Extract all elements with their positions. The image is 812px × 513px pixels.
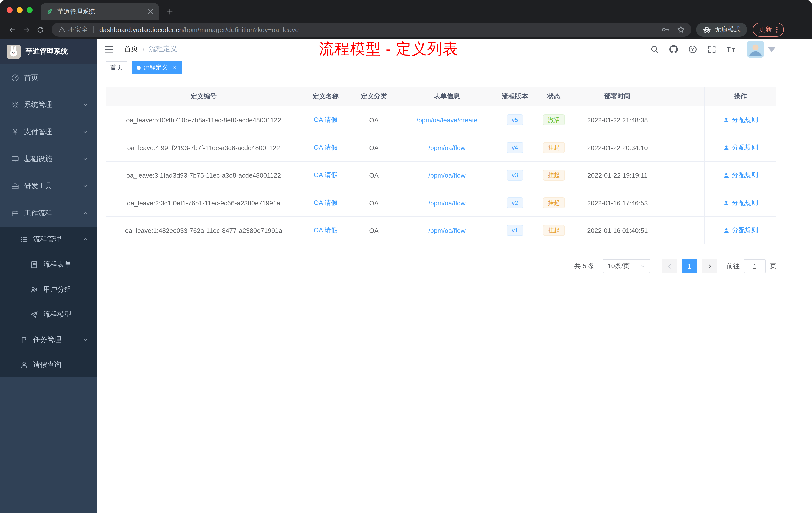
page-size-select[interactable]: 10条/页 bbox=[603, 259, 650, 273]
sidebar-item-leave-query[interactable]: 请假查询 bbox=[0, 352, 97, 378]
user-avatar[interactable] bbox=[747, 41, 764, 58]
page-content: 定义编号定义名称定义分类表单信息流程版本状态部署时间操作 oa_leave:5:… bbox=[97, 76, 812, 513]
chevron-down-icon[interactable] bbox=[767, 45, 776, 54]
fullscreen-icon[interactable] bbox=[707, 45, 716, 54]
sidebar-item-process-management[interactable]: 流程管理 bbox=[0, 227, 97, 252]
form-link[interactable]: /bpm/oa/flow bbox=[428, 227, 465, 234]
chevron-down-icon bbox=[82, 183, 88, 189]
zoom-window-button[interactable] bbox=[27, 7, 33, 13]
next-page-button[interactable] bbox=[702, 259, 717, 273]
forward-button[interactable] bbox=[19, 23, 33, 37]
tag-label: 流程定义 bbox=[144, 63, 168, 72]
search-icon[interactable] bbox=[650, 45, 659, 54]
new-tab-button[interactable] bbox=[163, 4, 177, 19]
version-badge: v1 bbox=[507, 225, 523, 236]
chevron-down-icon bbox=[82, 102, 88, 108]
chevron-left-icon bbox=[667, 263, 672, 269]
form-link[interactable]: /bpm/oa/leave/create bbox=[416, 116, 477, 124]
infra-icon bbox=[11, 155, 19, 163]
reload-button[interactable] bbox=[33, 23, 47, 37]
sidebar-item-infrastructure[interactable]: 基础设施 bbox=[0, 146, 97, 173]
user-icon bbox=[723, 200, 729, 206]
chevron-up-icon bbox=[82, 236, 88, 242]
close-window-button[interactable] bbox=[6, 7, 12, 13]
sidebar-item-label: 用户分组 bbox=[43, 285, 71, 294]
gear-icon bbox=[11, 101, 19, 109]
cell-deploy-time: 2022-01-22 19:19:11 bbox=[574, 172, 661, 179]
page-1-button[interactable]: 1 bbox=[682, 259, 697, 273]
sidebar-item-user-group[interactable]: 用户分组 bbox=[0, 277, 97, 302]
incognito-badge: 无痕模式 bbox=[696, 23, 747, 37]
table-row: oa_leave:2:3c1f0ef1-76b1-11ec-9c66-a2380… bbox=[106, 189, 776, 217]
assign-rule-button[interactable]: 分配规则 bbox=[723, 116, 758, 124]
form-icon bbox=[30, 261, 38, 269]
user-menu[interactable] bbox=[747, 41, 776, 58]
cell-status: 激活 bbox=[534, 115, 574, 125]
form-link[interactable]: /bpm/oa/flow bbox=[428, 199, 465, 207]
sidebar-item-workflow[interactable]: 工作流程 bbox=[0, 200, 97, 227]
goto-page-input[interactable] bbox=[744, 259, 766, 273]
tag-active[interactable]: 流程定义× bbox=[132, 61, 182, 74]
version-badge: v4 bbox=[507, 142, 523, 153]
pagination: 共 5 条 10条/页 1 前往 页 bbox=[106, 259, 776, 273]
column-header: 定义名称 bbox=[301, 92, 350, 101]
sidebar-item-home[interactable]: 首页 bbox=[0, 64, 97, 91]
tag-close-icon[interactable]: × bbox=[171, 64, 178, 71]
column-header: 操作 bbox=[704, 87, 776, 106]
prev-page-button[interactable] bbox=[662, 259, 677, 273]
table-row: oa_leave:3:1fad3d93-7b75-11ec-a3c8-acde4… bbox=[106, 162, 776, 189]
tag-item[interactable]: 首页 bbox=[106, 61, 127, 74]
sidebar-item-system-management[interactable]: 系统管理 bbox=[0, 91, 97, 118]
github-icon[interactable] bbox=[669, 45, 678, 54]
cell-deploy-time: 2022-01-16 01:40:51 bbox=[574, 227, 661, 234]
column-header: 流程版本 bbox=[496, 92, 534, 101]
sidebar-item-process-model[interactable]: 流程模型 bbox=[0, 302, 97, 327]
form-link[interactable]: /bpm/oa/flow bbox=[428, 172, 465, 179]
status-badge: 激活 bbox=[543, 115, 565, 125]
security-chip[interactable]: 不安全 bbox=[58, 25, 88, 34]
sidebar-item-process-form[interactable]: 流程表单 bbox=[0, 252, 97, 277]
definition-name-link[interactable]: OA 请假 bbox=[314, 226, 338, 235]
minimize-window-button[interactable] bbox=[17, 7, 23, 13]
password-manager-icon[interactable] bbox=[661, 26, 669, 34]
status-badge: 挂起 bbox=[543, 197, 565, 208]
sidebar-item-dev-tools[interactable]: 研发工具 bbox=[0, 173, 97, 200]
address-bar[interactable]: 不安全 dashboard.yudao.iocoder.cn/bpm/manag… bbox=[52, 23, 692, 37]
cell-category: OA bbox=[350, 199, 398, 207]
definition-table: 定义编号定义名称定义分类表单信息流程版本状态部署时间操作 oa_leave:5:… bbox=[106, 87, 776, 244]
tag-dot bbox=[137, 65, 141, 69]
tab-close-icon[interactable] bbox=[147, 7, 155, 16]
definition-name-link[interactable]: OA 请假 bbox=[314, 143, 338, 152]
svg-text:T: T bbox=[727, 46, 731, 53]
assign-rule-button[interactable]: 分配规则 bbox=[723, 171, 758, 180]
definition-name-link[interactable]: OA 请假 bbox=[314, 171, 338, 180]
browser-menu-icon[interactable] bbox=[776, 26, 778, 33]
status-badge: 挂起 bbox=[543, 142, 565, 153]
sidebar-item-payment-management[interactable]: 支付管理 bbox=[0, 118, 97, 146]
breadcrumb-home[interactable]: 首页 bbox=[124, 45, 138, 54]
cell-version: v3 bbox=[496, 170, 534, 181]
cell-definition-id: oa_leave:3:1fad3d93-7b75-11ec-a3c8-acde4… bbox=[106, 172, 301, 179]
assign-rule-button[interactable]: 分配规则 bbox=[723, 226, 758, 235]
cell-deploy-time: 2022-01-22 20:34:10 bbox=[574, 144, 661, 151]
sidebar-item-label: 工作流程 bbox=[24, 209, 52, 218]
definition-name-link[interactable]: OA 请假 bbox=[314, 116, 338, 124]
pagination-total: 共 5 条 bbox=[574, 262, 594, 271]
back-button[interactable] bbox=[5, 23, 19, 37]
update-chrome-button[interactable]: 更新 bbox=[753, 23, 784, 37]
form-link[interactable]: /bpm/oa/flow bbox=[428, 144, 465, 151]
sidebar-item-task-management[interactable]: 任务管理 bbox=[0, 327, 97, 352]
font-size-icon[interactable]: TT bbox=[727, 45, 737, 53]
assign-rule-button[interactable]: 分配规则 bbox=[723, 143, 758, 152]
assign-rule-button[interactable]: 分配规则 bbox=[723, 198, 758, 207]
cell-form-info: /bpm/oa/flow bbox=[398, 172, 496, 179]
assign-rule-label: 分配规则 bbox=[732, 198, 758, 207]
browser-tab[interactable]: 芋道管理系统 bbox=[41, 3, 159, 20]
cell-actions: 分配规则 bbox=[704, 162, 776, 189]
bookmark-star-icon[interactable] bbox=[677, 26, 685, 34]
navbar-actions: ? TT bbox=[650, 41, 812, 58]
page-size-value: 10条/页 bbox=[608, 262, 630, 271]
definition-name-link[interactable]: OA 请假 bbox=[314, 198, 338, 207]
docs-help-icon[interactable]: ? bbox=[689, 45, 697, 54]
sidebar-collapse-button[interactable] bbox=[97, 39, 121, 59]
